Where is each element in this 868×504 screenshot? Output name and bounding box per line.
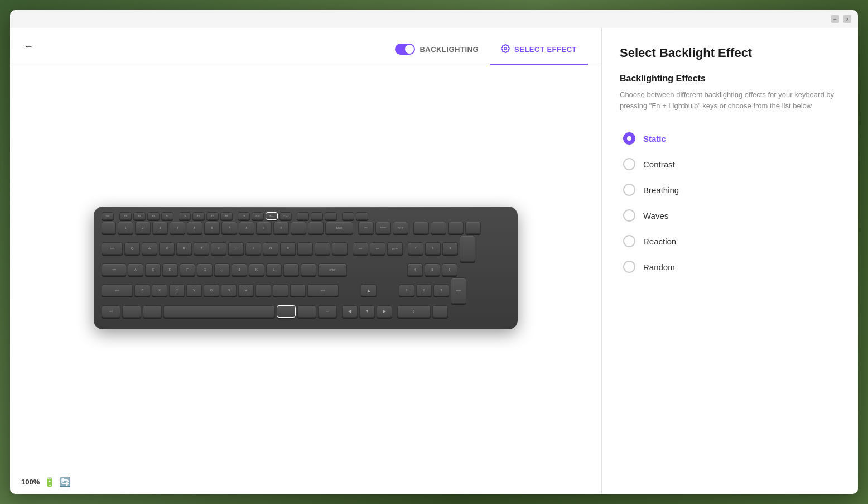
- key-2: 2: [135, 222, 151, 234]
- key-pause: [325, 212, 337, 220]
- key-del: del: [353, 242, 368, 255]
- keyboard-area: esc F1 F2 F3 F4 F5 F6 F7 F8: [10, 65, 601, 470]
- key-0: 0: [273, 222, 289, 234]
- key-numenter: enter: [451, 277, 466, 304]
- key-num6: 6: [442, 263, 457, 276]
- key-minus: [291, 222, 306, 234]
- key-enter: enter: [318, 263, 347, 276]
- title-bar: − ×: [10, 10, 858, 28]
- key-6: 6: [204, 222, 220, 234]
- key-l: L: [266, 263, 282, 276]
- key-num8: 8: [425, 242, 441, 255]
- key-f5: F5: [179, 212, 191, 220]
- key-9: 9: [256, 222, 272, 234]
- radio-reaction[interactable]: [623, 235, 635, 247]
- key-numlock: [413, 222, 429, 234]
- key-caps: caps: [102, 263, 126, 276]
- key-f6: F6: [192, 212, 205, 220]
- left-panel: ← BACKLIGHTING: [10, 28, 601, 494]
- panel-title: Select Backlight Effect: [620, 46, 840, 60]
- key-lwin: [122, 305, 141, 318]
- radio-breathing[interactable]: [623, 184, 635, 196]
- key-f2: F2: [133, 212, 146, 220]
- effect-item-random[interactable]: Random: [620, 255, 840, 279]
- key-f3: F3: [147, 212, 160, 220]
- top-nav: ← BACKLIGHTING: [10, 28, 601, 65]
- key-k: K: [249, 263, 264, 276]
- nav-tabs: BACKLIGHTING SELECT EFFECT: [384, 37, 588, 65]
- minimize-button[interactable]: −: [831, 15, 839, 23]
- effect-item-reaction[interactable]: Reaction: [620, 229, 840, 253]
- key-down: ▼: [359, 305, 375, 318]
- effect-label-random: Random: [643, 262, 675, 272]
- key-ins: ins: [358, 222, 374, 234]
- key-8: 8: [239, 222, 254, 234]
- key-right: ▶: [377, 305, 392, 318]
- key-w: W: [142, 242, 157, 255]
- key-f10: F10: [252, 212, 264, 220]
- back-button[interactable]: ←: [23, 41, 40, 61]
- key-x: X: [152, 284, 167, 296]
- key-f11: F11: [266, 212, 278, 220]
- key-f4: F4: [161, 212, 173, 220]
- key-num4: 4: [407, 263, 423, 276]
- status-bar: 100% 🔋 🔄: [10, 470, 601, 494]
- effect-item-static[interactable]: Static: [620, 127, 840, 150]
- key-lctrl: ctrl: [102, 305, 120, 318]
- section-title: Backlighting Effects: [620, 74, 840, 84]
- section-description: Choose between different backlighting ef…: [620, 89, 840, 111]
- effect-label-contrast: Contrast: [643, 160, 675, 169]
- sync-icon: 🔄: [60, 477, 71, 487]
- key-v: V: [186, 284, 202, 296]
- key-g: G: [197, 263, 213, 276]
- key-numminus: [465, 222, 481, 234]
- key-f: F: [180, 263, 195, 276]
- keyboard-image: esc F1 F2 F3 F4 F5 F6 F7 F8: [94, 207, 518, 329]
- key-numslash: [431, 222, 446, 234]
- key-numstar: [448, 222, 464, 234]
- svg-point-0: [504, 47, 507, 50]
- backlighting-toggle[interactable]: [395, 44, 415, 55]
- tab-backlighting-label: BACKLIGHTING: [419, 45, 479, 54]
- key-rshift: shift: [307, 284, 339, 296]
- key-del2: [342, 212, 354, 220]
- key-lalt: [143, 305, 162, 318]
- key-c: C: [169, 284, 185, 296]
- key-f12: F12: [279, 212, 292, 220]
- key-numplus: [460, 236, 475, 262]
- key-z: Z: [134, 284, 150, 296]
- key-end: end: [370, 242, 385, 255]
- key-lshift: shift: [102, 284, 133, 296]
- key-num2: 2: [416, 284, 432, 296]
- key-e: E: [159, 242, 175, 255]
- key-y: Y: [211, 242, 226, 255]
- effect-item-waves[interactable]: Waves: [620, 204, 840, 227]
- radio-waves[interactable]: [623, 209, 635, 222]
- radio-random[interactable]: [623, 261, 635, 273]
- key-f7: F7: [206, 212, 219, 220]
- key-i: I: [245, 242, 261, 255]
- key-7: 7: [221, 222, 237, 234]
- key-pgdn: pg dn: [387, 242, 403, 255]
- tab-backlighting[interactable]: BACKLIGHTING: [384, 37, 490, 65]
- right-panel: Select Backlight Effect Backlighting Eff…: [601, 28, 858, 494]
- key-home: home: [375, 222, 391, 234]
- close-button[interactable]: ×: [843, 15, 851, 23]
- effect-item-contrast[interactable]: Contrast: [620, 152, 840, 176]
- key-num9: 9: [442, 242, 458, 255]
- key-num7: 7: [408, 242, 423, 255]
- key-backslash: [332, 242, 348, 255]
- effect-label-waves: Waves: [643, 211, 668, 220]
- key-d: D: [162, 263, 178, 276]
- key-backspace: back: [325, 222, 353, 234]
- effect-item-breathing[interactable]: Breathing: [620, 178, 840, 201]
- radio-static[interactable]: [623, 132, 635, 145]
- key-comma: [255, 284, 271, 296]
- tab-select-effect[interactable]: SELECT EFFECT: [490, 37, 588, 65]
- key-left: ◀: [342, 305, 358, 318]
- radio-contrast[interactable]: [623, 158, 635, 170]
- key-f1: F1: [119, 212, 132, 220]
- key-rctrl: ctrl: [318, 305, 337, 318]
- key-4: 4: [170, 222, 185, 234]
- key-end2: [356, 212, 368, 220]
